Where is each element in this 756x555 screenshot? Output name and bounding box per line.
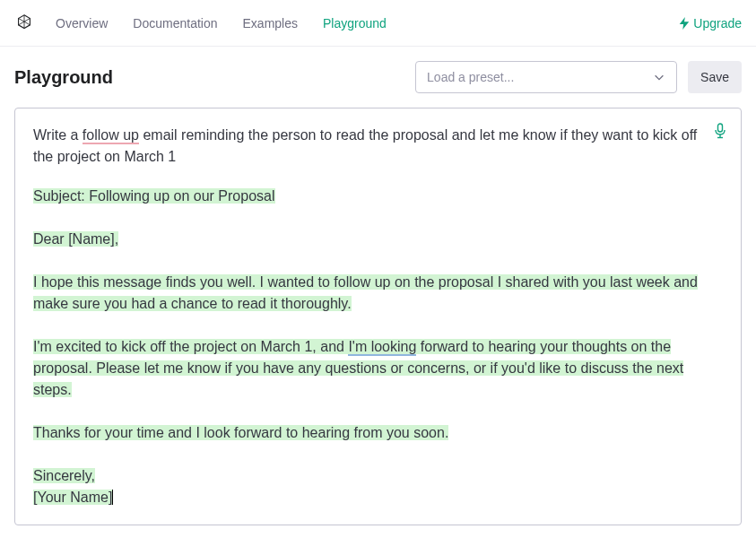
user-prompt-text: Write a follow up email reminding the pe… [33,125,715,168]
editor-content[interactable]: Write a follow up email reminding the pe… [33,125,715,508]
nav-overview[interactable]: Overview [56,16,108,30]
editor-container: Write a follow up email reminding the pe… [0,108,756,525]
nav-documentation[interactable]: Documentation [133,16,217,30]
text-caret: [Your Name] [33,490,113,505]
nav-links: Overview Documentation Examples Playgrou… [56,16,679,30]
bolt-icon [679,17,690,30]
nav-examples[interactable]: Examples [243,16,298,30]
spellcheck-underline: follow up [83,127,139,144]
svg-rect-0 [718,124,723,132]
microphone-icon[interactable] [714,123,726,143]
page-title: Playground [14,67,113,88]
upgrade-link[interactable]: Upgrade [679,16,742,30]
top-nav: Overview Documentation Examples Playgrou… [0,0,756,47]
save-button[interactable]: Save [688,61,742,93]
upgrade-label: Upgrade [693,16,742,30]
page-header: Playground Load a preset... Save [0,47,756,108]
header-controls: Load a preset... Save [415,61,742,93]
nav-playground[interactable]: Playground [323,16,387,30]
grammarcheck-underline: I'm looking [348,339,416,356]
generated-output: Subject: Following up on our Proposal De… [33,186,715,508]
preset-select[interactable]: Load a preset... [415,61,677,93]
openai-logo-icon[interactable] [14,13,34,33]
preset-placeholder: Load a preset... [427,70,514,84]
prompt-editor[interactable]: Write a follow up email reminding the pe… [14,108,742,525]
chevron-down-icon [653,71,665,83]
